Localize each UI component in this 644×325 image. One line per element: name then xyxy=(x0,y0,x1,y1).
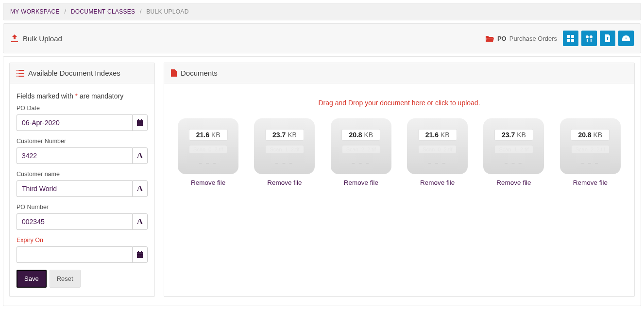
documents-panel-header: Documents xyxy=(164,63,634,83)
file-name: Scan_2_2.tif xyxy=(572,146,609,153)
remove-file-link[interactable]: Remove file xyxy=(573,179,608,186)
index-form-panel: Available Document Indexes Fields marked… xyxy=(9,63,155,297)
file-tile: 21.6 KBScan_0_2.tif_ _ _Remove file xyxy=(402,118,473,186)
remove-file-link[interactable]: Remove file xyxy=(267,179,302,186)
progress-dashes: _ _ _ xyxy=(275,158,293,163)
remove-file-link[interactable]: Remove file xyxy=(420,179,455,186)
svg-rect-1 xyxy=(141,119,142,121)
file-size: 21.6 KB xyxy=(189,129,228,141)
file-tile: 23.7 KBScan_1_2.tif_ _ _Remove file xyxy=(249,118,320,186)
breadcrumb: MY WORKSPACE / DOCUMENT CLASSES / BULK U… xyxy=(3,3,641,20)
progress-dashes: _ _ _ xyxy=(505,158,523,163)
progress-dashes: _ _ _ xyxy=(199,158,217,163)
file-size: 23.7 KB xyxy=(265,129,304,141)
file-size: 20.8 KB xyxy=(571,129,610,141)
upload-icon xyxy=(10,34,19,42)
page-header: Bulk Upload PO Purchase Orders xyxy=(3,23,641,53)
document-icon xyxy=(171,69,177,77)
customer-name-label: Customer name xyxy=(17,171,148,178)
file-size: 20.8 KB xyxy=(341,129,380,141)
remove-file-link[interactable]: Remove file xyxy=(191,179,225,186)
reset-button[interactable]: Reset xyxy=(50,270,81,288)
file-tile: 20.8 KBScan_2_2.tif_ _ _Remove file xyxy=(326,118,396,186)
doc-class-indicator: PO Purchase Orders xyxy=(485,35,557,42)
doc-class-name: Purchase Orders xyxy=(509,35,557,42)
file-preview[interactable]: 23.7 KBScan_1_2.tif_ _ _ xyxy=(483,118,544,174)
breadcrumb-sep: / xyxy=(64,8,66,15)
index-panel-header: Available Document Indexes xyxy=(10,63,154,83)
documents-panel-title: Documents xyxy=(181,69,218,77)
remove-file-link[interactable]: Remove file xyxy=(496,179,531,186)
file-name: Scan_1_2.tif xyxy=(266,146,303,153)
calendar-icon[interactable] xyxy=(132,114,148,131)
text-type-icon[interactable]: A xyxy=(132,147,148,164)
po-number-label: PO Number xyxy=(17,204,148,211)
text-type-icon[interactable]: A xyxy=(132,213,148,230)
breadcrumb-current: BULK UPLOAD xyxy=(146,8,188,15)
progress-dashes: _ _ _ xyxy=(352,158,370,163)
dropzone-hint: Drag and Drop your document here or clic… xyxy=(173,99,626,107)
file-name: Scan_0_2.tif xyxy=(419,146,456,153)
grid-view-button[interactable] xyxy=(563,31,578,46)
file-tile: 23.7 KBScan_1_2.tif_ _ _Remove file xyxy=(478,118,549,186)
file-preview[interactable]: 20.8 KBScan_2_2.tif_ _ _ xyxy=(331,118,391,174)
text-type-icon[interactable]: A xyxy=(132,180,148,197)
svg-rect-2 xyxy=(138,251,139,253)
breadcrumb-sep: / xyxy=(140,8,142,15)
po-date-label: PO Date xyxy=(17,105,148,112)
file-preview[interactable]: 23.7 KBScan_1_2.tif_ _ _ xyxy=(254,118,315,174)
file-preview[interactable]: 21.6 KBScan_0_2.tif_ _ _ xyxy=(407,118,468,174)
svg-rect-3 xyxy=(141,251,142,253)
doc-class-code: PO xyxy=(497,35,507,42)
list-icon xyxy=(17,70,24,77)
calendar-icon[interactable] xyxy=(132,246,148,263)
folder-open-icon xyxy=(485,35,494,42)
save-button[interactable]: Save xyxy=(17,270,47,288)
file-name: Scan_1_2.tif xyxy=(495,146,532,153)
documents-panel: Documents Drag and Drop your document he… xyxy=(164,63,635,297)
content-area: Available Document Indexes Fields marked… xyxy=(3,56,641,306)
remove-file-link[interactable]: Remove file xyxy=(344,179,378,186)
file-preview[interactable]: 20.8 KBScan_2_2.tif_ _ _ xyxy=(560,118,621,174)
file-preview[interactable]: 21.6 KBScan_0_2.tif_ _ _ xyxy=(178,118,238,174)
index-panel-title: Available Document Indexes xyxy=(28,69,120,77)
breadcrumb-document-classes[interactable]: DOCUMENT CLASSES xyxy=(71,8,136,15)
expiry-on-label: Expiry On xyxy=(17,237,148,244)
po-date-input[interactable] xyxy=(17,114,132,131)
page-title: Bulk Upload xyxy=(23,34,62,43)
file-size: 21.6 KB xyxy=(418,129,457,141)
customer-name-input[interactable] xyxy=(17,180,132,197)
file-name: Scan_0_2.tif xyxy=(189,146,227,153)
progress-dashes: _ _ _ xyxy=(581,158,599,163)
dropzone[interactable]: Drag and Drop your document here or clic… xyxy=(164,83,634,195)
upload-button[interactable] xyxy=(600,31,615,46)
breadcrumb-my-workspace[interactable]: MY WORKSPACE xyxy=(10,8,60,15)
progress-dashes: _ _ _ xyxy=(428,158,446,163)
po-number-input[interactable] xyxy=(17,213,132,230)
expiry-on-input[interactable] xyxy=(17,246,132,263)
file-name: Scan_2_2.tif xyxy=(342,146,380,153)
customer-number-label: Customer Number xyxy=(17,138,148,145)
file-size: 23.7 KB xyxy=(494,129,533,141)
mandatory-note: Fields marked with * are mandatory xyxy=(17,92,148,100)
file-tile: 20.8 KBScan_2_2.tif_ _ _Remove file xyxy=(555,118,626,186)
search-button[interactable] xyxy=(581,31,597,46)
customer-number-input[interactable] xyxy=(17,147,132,164)
dashboard-button[interactable] xyxy=(618,31,634,46)
svg-rect-0 xyxy=(138,119,139,121)
file-tile: 21.6 KBScan_0_2.tif_ _ _Remove file xyxy=(173,118,243,186)
